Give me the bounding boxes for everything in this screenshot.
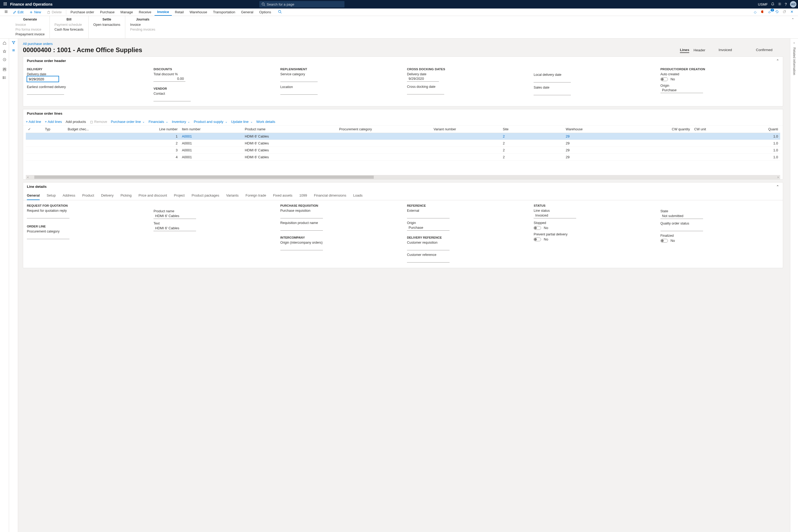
col-budget[interactable]: Budget chec... [65,126,126,133]
po-lines-title[interactable]: Purchase order lines [27,111,62,115]
related-info-label[interactable]: Related information [793,48,796,75]
list-toggle-icon[interactable] [12,49,15,53]
sales-date-field[interactable] [534,90,571,95]
earliest-delivery-field[interactable] [27,89,64,95]
link-icon[interactable]: ◇ [752,10,758,14]
tab-general[interactable]: General [238,8,256,16]
view-tab-lines[interactable]: Lines [680,48,689,53]
state-value[interactable]: Not submitted [661,213,703,219]
nav-toggle-icon[interactable] [3,10,10,14]
cross-docking-date-field[interactable] [407,89,444,94]
proc-category-field[interactable] [27,234,70,239]
new-button[interactable]: New [26,8,44,16]
location-field[interactable] [280,89,318,95]
global-search[interactable]: Search for a page [259,1,344,7]
ld-product-name-value[interactable]: HDMI 6' Cables [153,213,196,219]
ld-tab-address[interactable]: Address [62,193,75,200]
ld-tab-project[interactable]: Project [174,193,185,200]
table-row[interactable]: 1 A0001 HDMI 6' Cables 2 29 1.0 [26,133,780,140]
origin-value[interactable]: Purchase [661,88,703,93]
col-cw-unit[interactable]: CW unit [692,126,742,133]
table-row[interactable]: 3 A0001 HDMI 6' Cables 2 29 1.0 [26,147,780,154]
cross-delivery-date-value[interactable]: 9/29/2020 [407,76,439,82]
home-icon[interactable] [3,41,6,46]
ld-tab-fixed-assets[interactable]: Fixed assets [273,193,292,200]
ld-text-value[interactable]: HDMI 6' Cables [153,225,196,231]
table-row[interactable]: 4 A0001 HDMI 6' Cables 2 29 1.0 [26,154,780,161]
financials-menu[interactable]: Financials [148,120,168,124]
filter-icon[interactable] [12,41,15,45]
cust-req-field[interactable] [407,245,450,250]
collapse-icon[interactable]: ⌃ [776,59,779,63]
tab-warehouse[interactable]: Warehouse [187,8,210,16]
tab-purchase-order[interactable]: Purchase order [68,8,97,16]
product-supply-menu[interactable]: Product and supply [194,120,227,124]
collapse-icon[interactable]: ⌃ [776,185,779,189]
stopped-toggle[interactable] [534,226,541,230]
ld-tab-variants[interactable]: Variants [226,193,239,200]
recent-icon[interactable] [3,58,6,62]
settings-icon[interactable] [778,2,781,7]
edit-button[interactable]: Edit [10,8,26,16]
ld-tab-price-and-discount[interactable]: Price and discount [138,193,167,200]
ribbon-item-prepayment[interactable]: Prepayment invoice [15,32,45,37]
notifications-icon[interactable] [771,2,775,7]
local-delivery-field[interactable] [534,77,571,82]
col-item-number[interactable]: Item number [180,126,243,133]
tab-invoice[interactable]: Invoice [155,8,172,16]
inventory-menu[interactable]: Inventory [172,120,190,124]
ribbon-item-journal-invoice[interactable]: Invoice [130,22,155,27]
breadcrumb[interactable]: All purchase orders [23,42,783,46]
po-lines-grid[interactable]: ✓ Typ Budget chec... Line number Item nu… [26,126,780,161]
add-products-button[interactable]: Add products [66,120,86,124]
ld-tab-product-packages[interactable]: Product packages [191,193,219,200]
app-launcher-icon[interactable] [2,2,9,7]
search-action-icon[interactable] [277,10,283,14]
tab-purchase[interactable]: Purchase [97,8,117,16]
col-site[interactable]: Site [500,126,564,133]
ribbon-item-cashflow[interactable]: Cash flow forecasts [55,27,83,32]
update-line-menu[interactable]: Update line [231,120,253,124]
cust-ref-field[interactable] [407,257,450,263]
external-field[interactable] [407,213,450,218]
auto-created-toggle[interactable] [661,77,668,81]
ribbon-item-open-trans[interactable]: Open transactions [93,22,120,27]
popout-icon[interactable] [781,10,788,14]
user-avatar[interactable]: AD [790,1,796,7]
ld-tab-delivery[interactable]: Delivery [101,193,114,200]
favorite-icon[interactable] [3,50,6,54]
col-proc-category[interactable]: Procurement category [337,126,432,133]
tab-receive[interactable]: Receive [136,8,154,16]
close-icon[interactable] [788,10,795,14]
finalized-toggle[interactable] [661,239,668,243]
col-warehouse[interactable]: Warehouse [564,126,639,133]
select-all-check[interactable]: ✓ [28,128,31,131]
tab-options[interactable]: Options [256,8,274,16]
rpn-field[interactable] [280,225,323,231]
add-lines-button[interactable]: +Add lines [45,120,62,124]
expand-rail-icon[interactable]: ‹ [794,41,795,45]
workspace-icon[interactable] [3,68,6,72]
ld-tab-1099[interactable]: 1099 [299,193,307,200]
ribbon-collapse-icon[interactable]: ⌃ [787,16,798,38]
pr-field[interactable] [280,213,323,218]
ld-tab-product[interactable]: Product [82,193,94,200]
ld-tab-financial-dimensions[interactable]: Financial dimensions [314,193,346,200]
rfq-reply-field[interactable] [27,213,70,218]
table-row[interactable]: 2 A0001 HDMI 6' Cables 2 29 1.0 [26,140,780,147]
inter-origin-field[interactable] [280,245,323,250]
col-type[interactable]: Typ [43,126,66,133]
work-details-link[interactable]: Work details [256,120,275,124]
ld-tab-general[interactable]: General [27,193,40,200]
ppd-toggle[interactable] [534,238,541,241]
delivery-date-input[interactable] [27,76,59,82]
col-cw-qty[interactable]: CW quantity [639,126,692,133]
qos-field[interactable] [661,226,703,231]
total-discount-value[interactable]: 0.00 [153,76,185,82]
ld-tab-picking[interactable]: Picking [120,193,132,200]
tab-transportation[interactable]: Transportation [210,8,238,16]
ref-origin-value[interactable]: Purchase [407,225,450,231]
company-code[interactable]: USMF [758,2,768,6]
line-details-title[interactable]: Line details [27,185,46,189]
ld-tab-foreign-trade[interactable]: Foreign trade [246,193,266,200]
